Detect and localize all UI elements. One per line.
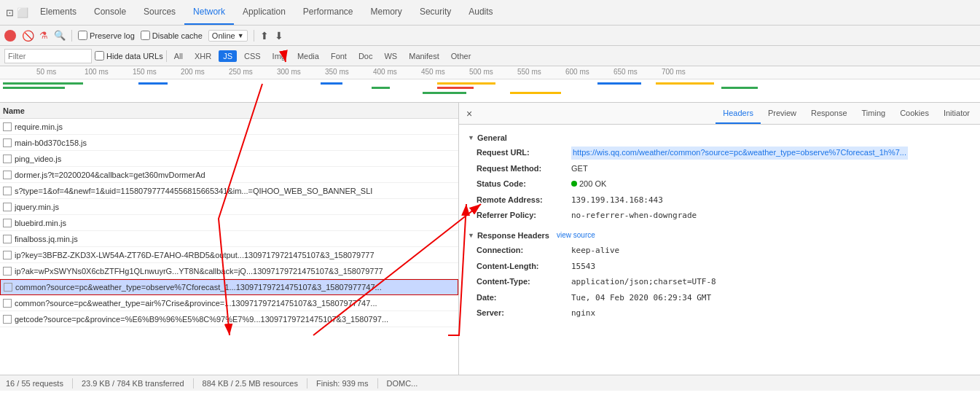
close-button[interactable]: × bbox=[462, 106, 477, 121]
tab-sources[interactable]: Sources bbox=[135, 0, 184, 25]
request-url-value[interactable]: https://wis.qq.com/weather/common?source… bbox=[571, 147, 908, 160]
row-icon bbox=[3, 251, 12, 259]
tab-network[interactable]: Network bbox=[184, 0, 234, 25]
tab-audits[interactable]: Audits bbox=[460, 0, 501, 25]
table-row[interactable]: dormer.js?t=20200204&callback=get360mvDo… bbox=[0, 167, 458, 183]
hide-data-urls-input[interactable] bbox=[95, 51, 104, 60]
dom-label: DOMC... bbox=[387, 379, 418, 388]
tab-console[interactable]: Console bbox=[85, 0, 135, 25]
table-row[interactable]: ip?ak=wPxSWYNs0X6cbZTFHg1QLnwuyrG...YT8N… bbox=[0, 263, 458, 279]
filter-input[interactable] bbox=[4, 49, 92, 63]
filter-icon[interactable]: ⚗ bbox=[39, 30, 48, 41]
general-section-header[interactable]: General bbox=[468, 130, 971, 145]
req-bar-3 bbox=[138, 82, 168, 85]
row-icon bbox=[3, 267, 12, 276]
inspect-icon[interactable]: ⬜ bbox=[17, 7, 28, 18]
timeline-ruler: 50 ms 100 ms 150 ms 200 ms 250 ms 300 ms… bbox=[0, 66, 980, 79]
remote-address-value: 139.199.134.168:443 bbox=[571, 194, 663, 207]
filter-ws[interactable]: WS bbox=[380, 50, 401, 62]
filter-bar: Hide data URLs All XHR JS CSS Img Media … bbox=[0, 46, 980, 66]
tick-600ms: 600 ms bbox=[565, 68, 589, 76]
row-icon bbox=[3, 299, 12, 308]
clear-button[interactable]: 🚫 bbox=[22, 30, 34, 42]
tab-preview[interactable]: Preview bbox=[761, 103, 804, 124]
view-source-link[interactable]: view source bbox=[557, 231, 595, 239]
filter-media[interactable]: Media bbox=[293, 50, 324, 62]
table-row[interactable]: ip?key=3BFBZ-ZKD3X-LW54A-ZT76D-E7AHO-4RB… bbox=[0, 247, 458, 263]
detail-content[interactable]: General Request URL: https://wis.qq.com/… bbox=[459, 125, 980, 375]
tick-450ms: 450 ms bbox=[421, 68, 445, 76]
req-bar-11 bbox=[656, 82, 714, 85]
download-icon[interactable]: ⬇ bbox=[275, 30, 283, 42]
table-row[interactable]: s?type=1&of=4&newf=1&uid=115807977744556… bbox=[0, 183, 458, 199]
tab-elements[interactable]: Elements bbox=[31, 0, 85, 25]
tab-security[interactable]: Security bbox=[411, 0, 460, 25]
upload-icon[interactable]: ⬆ bbox=[260, 30, 269, 42]
tick-700ms: 700 ms bbox=[662, 68, 686, 76]
req-bar-10 bbox=[597, 82, 641, 85]
row-icon bbox=[3, 155, 12, 163]
table-row[interactable]: jquery.min.js bbox=[0, 199, 458, 215]
filter-doc[interactable]: Doc bbox=[354, 50, 377, 62]
tab-headers[interactable]: Headers bbox=[716, 103, 761, 124]
req-bar-7 bbox=[437, 87, 474, 89]
preserve-log-input[interactable] bbox=[78, 31, 87, 40]
req-bar-1 bbox=[3, 82, 83, 85]
record-button[interactable] bbox=[4, 30, 16, 42]
table-row[interactable]: main-b0d370c158.js bbox=[0, 135, 458, 151]
online-select[interactable]: Online ▼ bbox=[208, 30, 248, 42]
req-bar-2 bbox=[3, 87, 65, 89]
devtools-icon-area: ⊡ ⬜ bbox=[3, 7, 31, 18]
content-length-value: 15543 bbox=[571, 260, 595, 273]
filter-manifest[interactable]: Manifest bbox=[404, 50, 444, 62]
cursor-icon[interactable]: ⊡ bbox=[6, 7, 14, 18]
req-bar-12 bbox=[721, 87, 758, 89]
table-row[interactable]: common?source=pc&weather_type=air%7Crise… bbox=[0, 295, 458, 311]
tick-150ms: 150 ms bbox=[133, 68, 157, 76]
date-value: Tue, 04 Feb 2020 06:29:34 GMT bbox=[571, 292, 711, 305]
filter-js[interactable]: JS bbox=[219, 50, 237, 62]
table-row[interactable]: finalboss.jq.min.js bbox=[0, 231, 458, 247]
connection-value: keep-alive bbox=[571, 244, 619, 257]
tab-timing[interactable]: Timing bbox=[855, 103, 893, 124]
req-bar-8 bbox=[423, 92, 466, 94]
referrer-policy-value: no-referrer-when-downgrade bbox=[571, 209, 697, 222]
remote-address-label: Remote Address: bbox=[477, 194, 571, 207]
detail-row-referrer-policy: Referrer Policy: no-referrer-when-downgr… bbox=[468, 208, 971, 224]
tab-memory[interactable]: Memory bbox=[362, 0, 411, 25]
filter-css[interactable]: CSS bbox=[240, 50, 265, 62]
hide-data-urls-checkbox[interactable]: Hide data URLs bbox=[95, 51, 163, 60]
response-headers-section-header[interactable]: Response Headers view source bbox=[468, 228, 971, 243]
detail-row-connection: Connection: keep-alive bbox=[468, 243, 971, 259]
table-row[interactable]: getcode?source=pc&province=%E6%B9%96%E5%… bbox=[0, 311, 458, 327]
detail-row-content-type: Content-Type: application/json;charset=U… bbox=[468, 274, 971, 290]
request-method-value: GET bbox=[571, 163, 588, 176]
tick-650ms: 650 ms bbox=[614, 68, 638, 76]
filter-other[interactable]: Other bbox=[447, 50, 476, 62]
filter-img[interactable]: Img bbox=[268, 50, 290, 62]
preserve-log-checkbox[interactable]: Preserve log bbox=[78, 31, 135, 40]
table-row[interactable]: bluebird.min.js bbox=[0, 215, 458, 231]
search-icon[interactable]: 🔍 bbox=[54, 30, 66, 41]
tab-application[interactable]: Application bbox=[234, 0, 294, 25]
status-indicator bbox=[571, 181, 577, 187]
connection-label: Connection: bbox=[477, 244, 571, 257]
tab-response[interactable]: Response bbox=[804, 103, 855, 124]
timeline-requests-area bbox=[0, 79, 980, 103]
filter-font[interactable]: Font bbox=[326, 50, 351, 62]
disable-cache-checkbox[interactable]: Disable cache bbox=[141, 31, 203, 40]
table-row[interactable]: require.min.js bbox=[0, 119, 458, 135]
content-type-value: application/json;charset=UTF-8 bbox=[571, 276, 716, 289]
tab-performance[interactable]: Performance bbox=[294, 0, 362, 25]
timeline-bar: 50 ms 100 ms 150 ms 200 ms 250 ms 300 ms… bbox=[0, 66, 980, 103]
tab-cookies[interactable]: Cookies bbox=[893, 103, 936, 124]
table-row-selected[interactable]: common?source=pc&weather_type=observe%7C… bbox=[0, 279, 458, 295]
request-list-body[interactable]: require.min.js main-b0d370c158.js ping_v… bbox=[0, 119, 458, 375]
req-name: s?type=1&of=4&newf=1&uid=115807977744556… bbox=[15, 187, 455, 195]
tab-initiator[interactable]: Initiator bbox=[936, 103, 977, 124]
filter-xhr[interactable]: XHR bbox=[190, 50, 216, 62]
filter-all[interactable]: All bbox=[170, 50, 187, 62]
req-name: bluebird.min.js bbox=[15, 219, 455, 227]
disable-cache-input[interactable] bbox=[141, 31, 150, 40]
table-row[interactable]: ping_video.js bbox=[0, 151, 458, 167]
